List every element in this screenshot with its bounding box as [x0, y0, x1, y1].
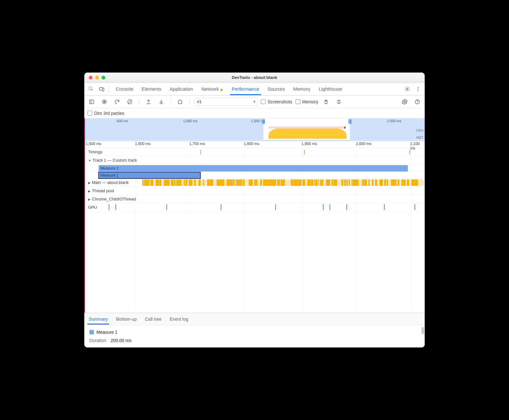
download-icon[interactable]: [157, 97, 166, 107]
flamechart-ruler[interactable]: 1,500 ms1,600 ms1,700 ms1,800 ms1,900 ms…: [85, 141, 425, 148]
memory-input[interactable]: [296, 99, 300, 104]
track-threadpool[interactable]: ▶Thread pool: [85, 187, 425, 195]
track-main[interactable]: ▶Main — about:blank: [85, 178, 425, 187]
perf-toolbar: #1 Screenshots Memory: [84, 95, 425, 108]
help-icon[interactable]: [413, 97, 422, 107]
measure-1-label: Measure 1: [101, 173, 119, 178]
titlebar[interactable]: DevTools - about:blank: [84, 73, 425, 83]
svg-point-19: [417, 103, 418, 103]
inspect-icon[interactable]: [86, 84, 96, 94]
track-custom-header[interactable]: ▼Track 1 — Custom track: [85, 156, 425, 164]
overview-red-marker: [344, 127, 345, 129]
overview-handle-right[interactable]: [348, 119, 352, 124]
tab-application[interactable]: Application: [169, 84, 194, 94]
toggle-panel-icon[interactable]: [87, 97, 96, 107]
svg-rect-0: [89, 87, 92, 90]
main-tasks-strip: [142, 179, 424, 186]
clear-icon[interactable]: [125, 97, 135, 107]
detail-tabs: Summary Bottom-up Call tree Event log: [84, 313, 425, 325]
scrollbar-thumb[interactable]: [422, 327, 424, 334]
tab-elements[interactable]: Elements: [141, 84, 162, 94]
warning-icon: ▲: [220, 87, 224, 92]
separator: [109, 86, 109, 92]
overview-net-strip: [85, 140, 425, 141]
gridlines-fill: [85, 212, 425, 313]
measure1-row[interactable]: Measure 1: [85, 172, 425, 178]
chevron-right-icon: ▶: [88, 189, 91, 193]
settings-icon[interactable]: [402, 84, 412, 94]
screenshots-input[interactable]: [261, 99, 266, 104]
tab-performance[interactable]: Performance: [231, 84, 260, 94]
track-timings[interactable]: Timings: [85, 148, 425, 156]
memory-label: Memory: [302, 99, 318, 104]
capture-settings-icon[interactable]: [400, 97, 409, 107]
svg-line-12: [128, 100, 132, 103]
devtools-window: DevTools - about:blank Console Elements …: [84, 73, 425, 347]
tab-sources[interactable]: Sources: [267, 84, 286, 94]
screenshots-label: Screenshots: [268, 99, 292, 104]
svg-point-5: [418, 88, 419, 89]
home-icon[interactable]: [175, 97, 185, 107]
dim-label: Dim 3rd parties: [94, 111, 124, 116]
dim-3rd-parties-checkbox[interactable]: Dim 3rd parties: [87, 111, 124, 116]
flamechart-empty[interactable]: [85, 212, 425, 313]
custom-track-label: ▼Track 1 — Custom track: [85, 158, 137, 163]
main-label: ▶Main — about:blank: [85, 180, 129, 185]
tab-lighthouse[interactable]: Lighthouse: [318, 84, 343, 94]
more-icon[interactable]: [413, 84, 423, 94]
measure-2-bar[interactable]: Measure 2: [99, 165, 408, 172]
detail-tab-calltree[interactable]: Call tree: [145, 314, 162, 324]
chevron-right-icon: ▶: [88, 198, 91, 201]
device-toolbar-icon[interactable]: [97, 84, 107, 94]
measure-1-bar[interactable]: Measure 1: [99, 172, 200, 178]
svg-point-4: [418, 87, 419, 88]
track-gpu[interactable]: GPU: [85, 203, 425, 212]
separator: [189, 99, 190, 105]
record-icon[interactable]: [100, 97, 109, 107]
detail-tab-eventlog[interactable]: Event log: [170, 314, 188, 324]
screenshots-checkbox[interactable]: Screenshots: [261, 99, 292, 104]
duration-row: Duration 200.00 ms: [89, 338, 420, 343]
timings-lane: [85, 148, 425, 156]
detail-pane: Summary Bottom-up Call tree Event log Me…: [84, 313, 425, 347]
tab-console[interactable]: Console: [115, 84, 134, 94]
chevron-down-icon: ▼: [88, 159, 91, 162]
svg-point-17: [404, 101, 406, 102]
threadpool-label: ▶Thread pool: [85, 188, 114, 193]
overview-pane[interactable]: 500 ms1,000 ms1,500 ms2,000 ms2,500 ms C…: [85, 118, 425, 141]
panel-tabs: Console Elements Application Network▲ Pe…: [115, 84, 401, 94]
track-childio[interactable]: ▶Chrome_ChildIOThread: [85, 195, 425, 203]
shortcuts-icon[interactable]: [334, 97, 344, 107]
separator: [171, 99, 171, 105]
svg-rect-2: [102, 88, 104, 91]
childio-label: ▶Chrome_ChildIOThread: [85, 197, 136, 201]
recording-selector[interactable]: #1: [194, 98, 258, 106]
gpu-label: GPU: [85, 205, 97, 210]
dim-input[interactable]: [87, 111, 92, 116]
selected-event-title: Measure 1: [89, 330, 420, 335]
svg-point-6: [418, 90, 419, 91]
svg-rect-7: [89, 100, 94, 104]
upload-icon[interactable]: [144, 97, 153, 107]
flamechart-tracks[interactable]: Timings ▼Track 1 — Custom track Measure …: [85, 148, 425, 212]
memory-checkbox[interactable]: Memory: [296, 99, 318, 104]
svg-point-3: [407, 88, 408, 90]
options-row: Dim 3rd parties: [84, 108, 425, 118]
recording-selector-label: #1: [197, 99, 201, 104]
overview-flame: [85, 125, 425, 141]
gc-icon[interactable]: [321, 97, 331, 107]
overview-handle-left[interactable]: [262, 119, 265, 124]
reload-record-icon[interactable]: [112, 97, 122, 107]
duration-value: 200.00 ms: [111, 338, 131, 343]
duration-label: Duration: [89, 338, 106, 343]
detail-tab-bottomup[interactable]: Bottom-up: [116, 314, 137, 324]
timings-label: Timings: [85, 150, 102, 154]
tab-network[interactable]: Network▲: [201, 84, 224, 94]
tab-memory[interactable]: Memory: [293, 84, 311, 94]
chevron-right-icon: ▶: [88, 181, 91, 185]
selected-event-name: Measure 1: [96, 330, 117, 335]
measure2-row[interactable]: Measure 2: [85, 164, 425, 172]
detail-tab-summary[interactable]: Summary: [89, 314, 108, 324]
detail-body: Measure 1 Duration 200.00 ms: [84, 325, 425, 347]
color-swatch: [89, 330, 94, 334]
